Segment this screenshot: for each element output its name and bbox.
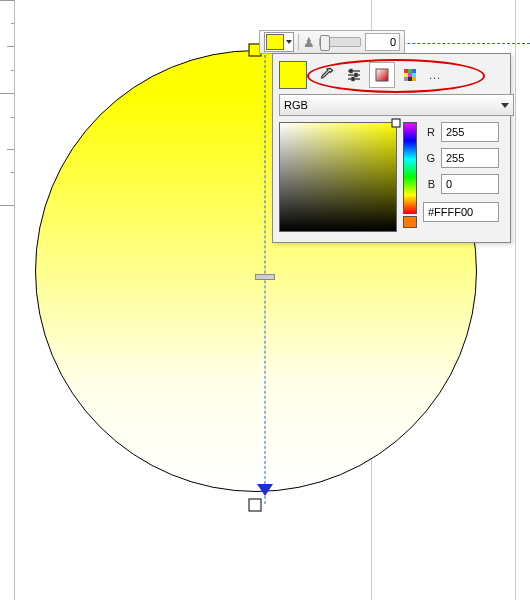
slider-knob[interactable] [320, 35, 330, 51]
svg-rect-4 [355, 74, 357, 77]
hue-slider[interactable] [403, 122, 417, 214]
swatch-preview [266, 34, 284, 50]
color-mode-value: RGB [284, 99, 308, 111]
hue-preview-swatch [403, 216, 417, 228]
more-options-button[interactable]: ... [425, 69, 441, 81]
opacity-slider[interactable] [319, 37, 361, 47]
r-label: R [423, 126, 435, 138]
hex-value-field[interactable]: #FFFF00 [423, 202, 499, 222]
color-picker-panel: ... RGB R 255 G [272, 53, 511, 243]
b-value-field[interactable]: 0 [441, 174, 499, 194]
sliders-icon[interactable] [341, 62, 367, 88]
gradient-direction-arrow[interactable] [257, 484, 273, 496]
color-stop-toolbar: ♟ 0 [259, 30, 405, 54]
svg-rect-8 [404, 69, 408, 73]
svg-rect-3 [350, 70, 352, 73]
b-label: B [423, 178, 435, 190]
g-value-field[interactable]: 255 [441, 148, 499, 168]
svg-rect-6 [376, 69, 388, 81]
stop-color-swatch[interactable] [264, 32, 294, 52]
opacity-value-field[interactable]: 0 [365, 33, 400, 51]
eyedropper-icon[interactable] [313, 62, 339, 88]
current-color-swatch[interactable] [279, 61, 307, 89]
vertical-ruler [0, 0, 15, 600]
svg-rect-14 [404, 77, 408, 81]
r-value-field[interactable]: 255 [441, 122, 499, 142]
svg-rect-16 [412, 77, 416, 81]
g-label: G [423, 152, 435, 164]
gradient-icon[interactable] [369, 62, 395, 88]
svg-rect-15 [408, 77, 412, 81]
gradient-midpoint-handle[interactable] [255, 274, 275, 280]
svg-rect-10 [412, 69, 416, 73]
svg-rect-13 [412, 73, 416, 77]
svg-rect-11 [404, 73, 408, 77]
sv-cursor[interactable] [392, 119, 401, 128]
separator [298, 34, 299, 50]
saturation-value-box[interactable] [279, 122, 397, 232]
page-edge-guide [515, 0, 516, 600]
svg-rect-9 [408, 69, 412, 73]
chevron-down-icon [286, 40, 292, 44]
gradient-stop-end[interactable] [249, 499, 262, 512]
chevron-down-icon [501, 103, 509, 108]
svg-rect-12 [408, 73, 412, 77]
palette-icon[interactable] [397, 62, 423, 88]
color-mode-select[interactable]: RGB [279, 94, 514, 116]
svg-rect-5 [352, 78, 354, 81]
transparency-icon[interactable]: ♟ [303, 35, 315, 50]
